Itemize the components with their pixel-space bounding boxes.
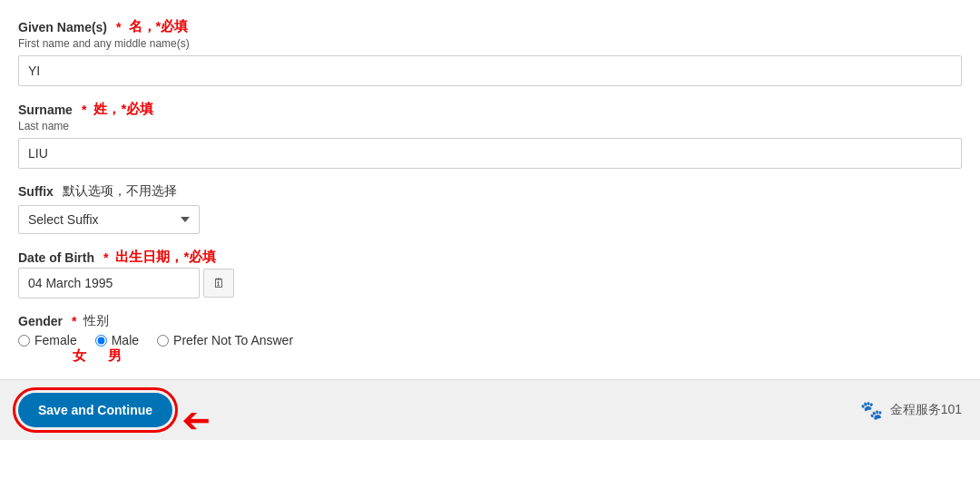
branding-icon: 🐾 — [860, 399, 883, 421]
dob-row: 🗓 — [18, 268, 962, 298]
suffix-label-row: Suffix 默认选项，不用选择 — [18, 183, 962, 200]
gender-female-radio[interactable] — [18, 335, 30, 347]
gender-chinese-note: 性别 — [83, 313, 109, 329]
surname-group: Surname* 姓，*必填 Last name — [18, 101, 962, 169]
suffix-group: Suffix 默认选项，不用选择 Select Suffix Jr. Sr. I… — [18, 183, 962, 234]
dob-label: Date of Birth* 出生日期，*必填 — [18, 249, 962, 266]
gender-female-option[interactable]: Female — [18, 333, 77, 347]
gender-female-label: Female — [34, 333, 77, 347]
given-names-label: Given Name(s)* 名，*必填 — [18, 18, 962, 35]
gender-label-text: Gender — [18, 314, 63, 328]
dob-input[interactable] — [18, 268, 200, 298]
calendar-button[interactable]: 🗓 — [203, 269, 234, 298]
surname-chinese-note: 姓，*必填 — [93, 101, 153, 118]
footer-bar: Save and Continue ➔ 🐾 金程服务101 — [0, 379, 980, 440]
gender-prefer-radio[interactable] — [157, 335, 169, 347]
surname-label: Surname* 姓，*必填 — [18, 101, 962, 118]
gender-male-chinese: 男 — [108, 347, 122, 365]
dob-star: * — [103, 250, 108, 265]
suffix-label-text: Suffix — [18, 184, 54, 199]
given-names-label-text: Given Name(s) — [18, 20, 107, 34]
dob-chinese-note: 出生日期，*必填 — [115, 249, 216, 266]
surname-input[interactable] — [18, 138, 962, 169]
gender-prefer-label: Prefer Not To Answer — [173, 333, 293, 347]
gender-star: * — [72, 314, 76, 328]
given-names-star: * — [116, 20, 121, 34]
gender-female-chinese: 女 — [73, 347, 86, 365]
given-names-sublabel: First name and any middle name(s) — [18, 37, 962, 50]
save-continue-button[interactable]: Save and Continue — [18, 393, 172, 427]
dob-group: Date of Birth* 出生日期，*必填 🗓 — [18, 249, 962, 298]
given-names-chinese-note: 名，*必填 — [129, 18, 189, 35]
gender-male-radio[interactable] — [95, 335, 107, 347]
gender-chinese-notes: 女 男 — [73, 347, 962, 365]
arrow-icon: ➔ — [181, 400, 211, 440]
dob-label-text: Date of Birth — [18, 250, 94, 265]
branding-text: 金程服务101 — [890, 402, 962, 418]
arrow-decoration: ➔ — [181, 400, 211, 440]
given-names-input[interactable] — [18, 55, 962, 86]
gender-male-label: Male — [112, 333, 139, 347]
branding: 🐾 金程服务101 — [860, 399, 962, 421]
gender-prefer-option[interactable]: Prefer Not To Answer — [157, 333, 293, 347]
gender-label-row: Gender* 性别 — [18, 313, 962, 329]
suffix-chinese-note: 默认选项，不用选择 — [63, 183, 177, 200]
surname-sublabel: Last name — [18, 120, 962, 132]
gender-male-option[interactable]: Male — [95, 333, 139, 347]
given-names-group: Given Name(s)* 名，*必填 First name and any … — [18, 18, 962, 86]
gender-options-row: Female Male Prefer Not To Answer — [18, 333, 962, 347]
surname-star: * — [82, 103, 86, 117]
suffix-select[interactable]: Select Suffix Jr. Sr. II III — [18, 205, 200, 234]
gender-group: Gender* 性别 Female Male Prefer Not To Ans… — [18, 313, 962, 365]
surname-label-text: Surname — [18, 103, 73, 117]
